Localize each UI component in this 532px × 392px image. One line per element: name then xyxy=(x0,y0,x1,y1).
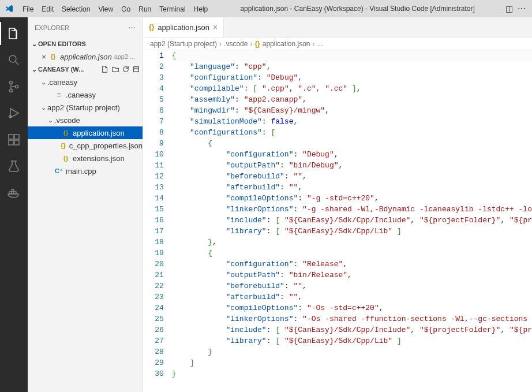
layout-icon[interactable]: ◫ xyxy=(503,4,515,13)
svg-rect-7 xyxy=(9,140,13,145)
new-file-icon[interactable] xyxy=(101,65,109,73)
menu-terminal[interactable]: Terminal xyxy=(155,3,189,16)
open-editors-list: ×{}application.jsonapp2 ... xyxy=(28,50,143,63)
code-content[interactable]: { "language": "cpp", "configuration": "D… xyxy=(172,50,532,392)
sidebar: EXPLORER ··· ⌄ OPEN EDITORS ×{}applicati… xyxy=(28,17,143,392)
breadcrumb-item[interactable]: application.json xyxy=(263,40,310,48)
activity-bar xyxy=(0,17,28,392)
chevron-down-icon: ⌄ xyxy=(30,40,38,48)
editor-tabs: {}application.json× xyxy=(143,17,532,38)
menu-go[interactable]: Go xyxy=(117,3,134,16)
chevron-down-icon: ⌄ xyxy=(30,66,38,73)
testing-icon[interactable] xyxy=(0,155,28,178)
open-editor-item[interactable]: ×{}application.jsonapp2 ... xyxy=(28,50,143,63)
json-icon: {} xyxy=(48,52,58,61)
breadcrumb-item[interactable]: app2 (Startup project) xyxy=(150,40,217,48)
search-icon[interactable] xyxy=(0,48,28,72)
more-icon[interactable]: ⋯ xyxy=(516,4,527,13)
menu-selection[interactable]: Selection xyxy=(58,3,94,16)
line-number-gutter: 1234567891011121314151617181920212223242… xyxy=(143,50,172,392)
collapse-icon[interactable] xyxy=(132,65,140,73)
workspace-header[interactable]: ⌄ CANEASY (W... xyxy=(28,63,143,76)
file-main-cpp[interactable]: C⁺main.cpp xyxy=(28,165,143,177)
menu-file[interactable]: File xyxy=(18,3,38,16)
chevron-down-icon: ⌄ xyxy=(39,104,47,111)
refresh-icon[interactable] xyxy=(122,65,130,73)
json-icon: {} xyxy=(61,128,70,137)
tab-application-json[interactable]: {}application.json× xyxy=(143,17,224,37)
menu-help[interactable]: Help xyxy=(190,3,212,16)
svg-point-2 xyxy=(10,89,13,92)
svg-rect-12 xyxy=(12,189,14,192)
vscode-window: FileEditSelectionViewGoRunTerminalHelp a… xyxy=(0,0,532,392)
code-editor[interactable]: 1234567891011121314151617181920212223242… xyxy=(143,50,532,392)
svg-point-3 xyxy=(16,85,18,88)
editor-area: {}application.json× app2 (Startup projec… xyxy=(143,17,532,392)
close-icon[interactable]: × xyxy=(213,23,218,32)
open-editors-header[interactable]: ⌄ OPEN EDITORS xyxy=(28,38,143,50)
run-debug-icon[interactable] xyxy=(0,102,28,125)
menu-run[interactable]: Run xyxy=(134,3,155,16)
menu-edit[interactable]: Edit xyxy=(38,3,58,16)
vscode-logo-icon xyxy=(5,4,14,13)
folder-app2--startup-project-[interactable]: ⌄app2 (Startup project) xyxy=(28,101,143,114)
sidebar-title: EXPLORER ··· xyxy=(28,17,143,38)
svg-point-0 xyxy=(9,55,16,62)
folder--caneasy[interactable]: ⌄.caneasy xyxy=(28,76,143,88)
window-controls: ◫ ⋯ xyxy=(503,4,527,13)
breadcrumb-item[interactable]: .vscode xyxy=(224,40,248,48)
new-folder-icon[interactable] xyxy=(111,65,119,73)
svg-point-1 xyxy=(10,81,13,84)
files-icon[interactable] xyxy=(0,22,28,45)
chevron-down-icon: ⌄ xyxy=(46,117,54,124)
source-control-icon[interactable] xyxy=(0,75,28,98)
docker-icon[interactable] xyxy=(0,181,28,204)
chevron-down-icon: ⌄ xyxy=(39,79,47,86)
svg-rect-6 xyxy=(14,135,19,139)
json-icon: {} xyxy=(61,154,70,163)
breadcrumbs[interactable]: app2 (Startup project) › .vscode ›{} app… xyxy=(143,38,532,50)
json-icon: {} xyxy=(149,23,154,31)
file-icon: ≡ xyxy=(54,90,63,99)
close-icon[interactable]: × xyxy=(39,53,48,61)
window-title: application.json - CanEasy (Workspace) -… xyxy=(214,5,501,13)
cpp-icon: C⁺ xyxy=(54,166,63,176)
file--caneasy[interactable]: ≡.caneasy xyxy=(28,88,143,101)
svg-rect-5 xyxy=(9,135,13,139)
json-icon: {} xyxy=(254,40,260,48)
file-application-json[interactable]: {}application.json xyxy=(28,126,143,139)
file-extensions-json[interactable]: {}extensions.json xyxy=(28,152,143,165)
json-icon: {} xyxy=(59,141,67,150)
svg-rect-8 xyxy=(14,140,19,145)
breadcrumb-item[interactable]: ... xyxy=(317,40,323,48)
sidebar-more-icon[interactable]: ··· xyxy=(129,24,136,31)
folder--vscode[interactable]: ⌄.vscode xyxy=(28,114,143,126)
extensions-icon[interactable] xyxy=(0,128,28,151)
menu-view[interactable]: View xyxy=(94,3,117,16)
file-tree: ⌄.caneasy≡.caneasy⌄app2 (Startup project… xyxy=(28,76,143,392)
file-c-cpp-properties-json[interactable]: {}c_cpp_properties.json xyxy=(28,139,143,152)
titlebar: FileEditSelectionViewGoRunTerminalHelp a… xyxy=(0,0,532,17)
